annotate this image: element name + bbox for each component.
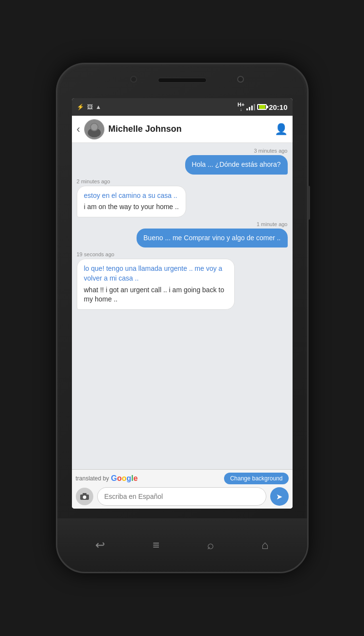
usb-icon: ⚡ <box>77 104 84 110</box>
timestamp-2: 2 minutes ago <box>77 178 110 184</box>
timestamp-3: 1 minute ago <box>257 221 288 227</box>
spanish-text-2: estoy en el camino a su casa .. <box>84 191 179 201</box>
change-background-button[interactable]: Change background <box>224 473 288 484</box>
upload-icon: ▲ <box>96 104 102 110</box>
contact-name: Michelle Johnson <box>108 124 275 134</box>
translated-by-label: translated by Google <box>76 474 138 483</box>
camera-right <box>237 76 244 83</box>
side-button <box>308 186 310 220</box>
spanish-text-4: lo que! tengo una llamada urgente .. me … <box>84 264 228 283</box>
screen: ⚡ 🖼 ▲ H+ ↓ <box>72 98 293 509</box>
menu-nav-button[interactable]: ≡ <box>153 538 159 552</box>
avatar-image <box>85 120 104 139</box>
status-bar: ⚡ 🖼 ▲ H+ ↓ <box>72 98 293 116</box>
translated-row: translated by Google Change background <box>76 473 289 484</box>
battery-fill <box>259 105 265 109</box>
search-nav-button[interactable]: ⌕ <box>207 538 214 552</box>
home-nav-button[interactable]: ⌂ <box>261 538 269 552</box>
send-button[interactable]: ➤ <box>270 487 289 506</box>
bottom-bar: translated by Google Change background <box>72 469 293 509</box>
camera-left <box>130 76 137 83</box>
svg-point-5 <box>83 495 86 499</box>
english-text-4: what !! i got an urgent call .. i am goi… <box>84 285 228 304</box>
speaker-top <box>158 78 207 83</box>
app-header: ‹ Michelle Johnson 👤 <box>72 116 293 143</box>
camera-button[interactable] <box>76 488 93 505</box>
timestamp-4: 19 seconds ago <box>77 251 115 257</box>
message-row-1: 3 minutes ago Hola ... ¿Dónde estás ahor… <box>77 148 288 175</box>
battery-icon <box>257 104 267 110</box>
translated-text: translated by <box>76 475 109 482</box>
signal-bar-2 <box>249 107 250 110</box>
phone-body: ⚡ 🖼 ▲ H+ ↓ <box>56 63 309 573</box>
message-row-3: 1 minute ago Bueno ... me Comprar vino y… <box>77 221 288 248</box>
signal-bar-1 <box>246 108 248 110</box>
google-logo: Google <box>111 474 138 483</box>
bubble-received-2: estoy en el camino a su casa .. i am on … <box>77 186 186 217</box>
status-time: 20:10 <box>269 103 287 111</box>
phone-outer: ⚡ 🖼 ▲ H+ ↓ <box>0 0 364 636</box>
send-icon: ➤ <box>276 492 282 501</box>
signal-bar-4 <box>254 104 255 110</box>
image-icon: 🖼 <box>87 104 93 110</box>
message-input[interactable] <box>97 487 266 506</box>
signal-strength <box>246 104 255 110</box>
bubble-sent-1: Hola ... ¿Dónde estás ahora? <box>185 155 288 175</box>
bubble-received-4: lo que! tengo una llamada urgente .. me … <box>77 259 235 309</box>
status-left-icons: ⚡ 🖼 ▲ <box>77 104 102 110</box>
timestamp-1: 3 minutes ago <box>254 148 287 154</box>
profile-icon[interactable]: 👤 <box>275 123 288 136</box>
contact-avatar <box>84 119 104 140</box>
chat-area: 3 minutes ago Hola ... ¿Dónde estás ahor… <box>72 143 293 469</box>
message-row-2: 2 minutes ago estoy en el camino a su ca… <box>77 178 288 217</box>
bubble-sent-3: Bueno ... me Comprar vino y algo de come… <box>137 229 287 248</box>
signal-bar-3 <box>251 106 253 110</box>
message-row-4: 19 seconds ago lo que! tengo una llamada… <box>77 251 288 309</box>
english-text-2: i am on the way to your home .. <box>84 202 179 212</box>
back-nav-button[interactable]: ↩ <box>95 538 105 552</box>
input-row: ➤ <box>76 487 289 506</box>
message-text-3: Bueno ... me Comprar vino y algo de come… <box>143 234 280 242</box>
message-text-1: Hola ... ¿Dónde estás ahora? <box>192 160 281 168</box>
svg-point-3 <box>91 124 97 130</box>
back-button[interactable]: ‹ <box>77 123 80 136</box>
hplus-indicator: H+ ↓ <box>238 102 244 112</box>
status-right-icons: H+ ↓ 20:10 <box>238 102 288 112</box>
nav-bar: ↩ ≡ ⌕ ⌂ <box>57 518 307 572</box>
svg-rect-6 <box>83 493 87 495</box>
